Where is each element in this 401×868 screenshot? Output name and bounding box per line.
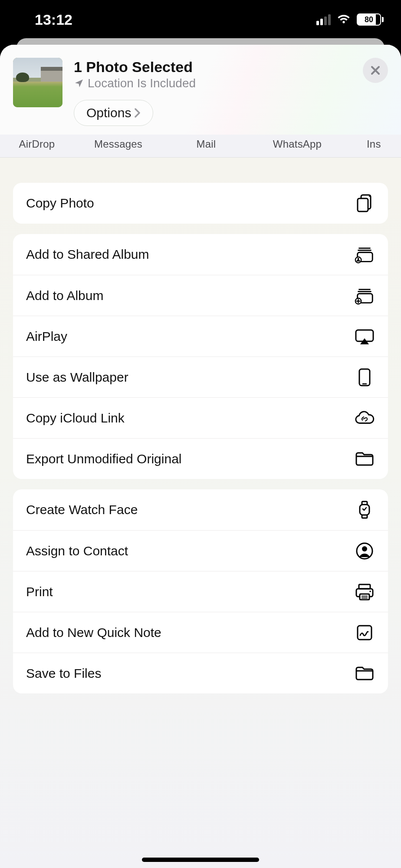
printer-icon [354,583,375,601]
share-target-label: Messages [94,138,142,150]
folder-icon [354,451,375,467]
action-copy-photo[interactable]: Copy Photo [13,183,388,224]
quick-note-icon [354,624,375,642]
action-label: Create Watch Face [26,502,138,517]
copy-icon [354,193,375,213]
battery-icon: 80 [357,13,384,26]
svg-rect-0 [358,198,368,211]
share-target-airdrop[interactable]: AirDrop [0,138,74,150]
share-sheet: 1 Photo Selected Location Is Included Op… [0,45,401,868]
action-label: Copy iCloud Link [26,411,125,426]
share-target-label: Mail [197,138,216,150]
add-album-icon [354,287,375,305]
phone-icon [354,368,375,387]
subtitle-text: Location Is Included [88,76,196,90]
svg-point-3 [357,258,359,260]
action-add-album[interactable]: Add to Album [13,275,388,316]
close-icon [370,65,381,76]
location-arrow-icon [74,78,84,89]
status-bar: 13:12 80 [0,0,401,39]
airplay-icon [354,328,375,345]
status-time: 13:12 [35,11,72,28]
action-icloud-link[interactable]: Copy iCloud Link [13,397,388,438]
action-group: Add to Shared Album Add to Album AirPlay… [13,234,388,479]
svg-point-12 [362,546,367,551]
action-wallpaper[interactable]: Use as Wallpaper [13,356,388,397]
action-airplay[interactable]: AirPlay [13,316,388,356]
action-save-files[interactable]: Save to Files [13,653,388,693]
action-label: Save to Files [26,666,101,681]
action-label: Add to New Quick Note [26,625,161,640]
share-target-label: Ins [367,138,381,150]
action-label: Use as Wallpaper [26,370,128,385]
shared-album-icon [354,245,375,264]
close-button[interactable] [363,58,388,83]
svg-point-18 [369,591,371,592]
action-group: Copy Photo [13,183,388,224]
action-label: Assign to Contact [26,544,128,558]
svg-rect-15 [360,594,369,600]
sheet-title: 1 Photo Selected [74,59,352,76]
action-print[interactable]: Print [13,571,388,612]
action-group: Create Watch Face Assign to Contact Prin… [13,489,388,693]
watch-icon [354,500,375,519]
share-target-more[interactable]: Ins [345,138,401,150]
action-add-shared-album[interactable]: Add to Shared Album [13,234,388,275]
action-quick-note[interactable]: Add to New Quick Note [13,612,388,653]
sheet-header: 1 Photo Selected Location Is Included Op… [0,45,401,135]
options-button[interactable]: Options [74,100,153,126]
share-target-label: AirDrop [19,138,55,150]
action-export-original[interactable]: Export Unmodified Original [13,438,388,479]
share-target-whatsapp[interactable]: WhatsApp [250,138,345,150]
action-label: Copy Photo [26,196,94,211]
share-target-label: WhatsApp [273,138,322,150]
action-watch-face[interactable]: Create Watch Face [13,489,388,530]
photo-thumbnail[interactable] [13,58,62,107]
folder-icon [354,666,375,681]
battery-percent: 80 [365,15,373,24]
actions-scroll[interactable]: Copy Photo Add to Shared Album Add to Al… [0,158,401,868]
status-indicators: 80 [316,13,384,26]
action-label: Export Unmodified Original [26,452,182,466]
cellular-signal-icon [316,14,331,25]
options-label: Options [86,106,131,120]
share-target-messages[interactable]: Messages [74,138,163,150]
share-target-row[interactable]: AirDrop Messages Mail WhatsApp Ins [0,135,401,158]
sheet-subtitle: Location Is Included [74,76,352,90]
action-label: AirPlay [26,329,67,344]
share-target-mail[interactable]: Mail [163,138,250,150]
action-label: Add to Shared Album [26,247,149,262]
svg-rect-7 [359,369,370,386]
cloud-link-icon [354,410,375,426]
action-label: Print [26,584,53,599]
action-label: Add to Album [26,288,103,303]
home-indicator[interactable] [142,858,259,862]
wifi-icon [337,14,351,25]
action-assign-contact[interactable]: Assign to Contact [13,530,388,571]
chevron-right-icon [134,108,141,118]
contact-icon [354,542,375,560]
svg-rect-19 [358,626,371,640]
